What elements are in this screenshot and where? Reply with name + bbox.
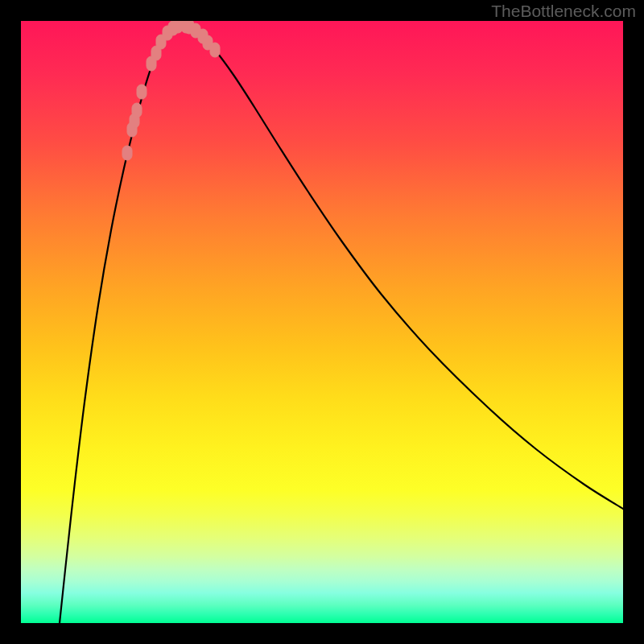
bottleneck-markers: [122, 21, 220, 160]
plot-area: [21, 21, 623, 623]
curve-marker: [132, 103, 142, 118]
curve-marker: [210, 43, 220, 57]
watermark-text: TheBottleneck.com: [491, 2, 636, 21]
bottleneck-curve: [60, 26, 623, 623]
curve-marker: [137, 85, 147, 99]
chart-frame: TheBottleneck.com: [0, 0, 644, 644]
curve-svg: [21, 21, 623, 623]
curve-marker: [122, 146, 132, 160]
